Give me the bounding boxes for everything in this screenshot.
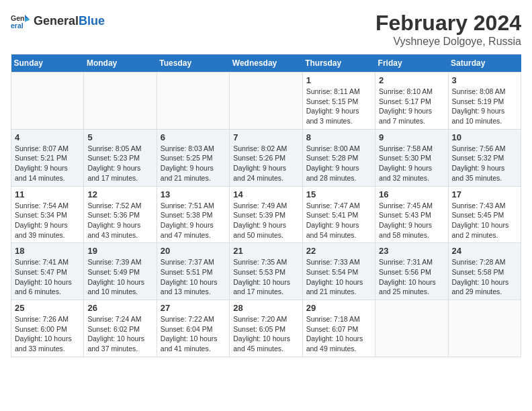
day-info: Sunrise: 8:00 AM Sunset: 5:28 PM Dayligh… bbox=[306, 144, 371, 183]
day-number: 8 bbox=[306, 132, 371, 142]
calendar-week-row: 11Sunrise: 7:54 AM Sunset: 5:34 PM Dayli… bbox=[11, 186, 521, 243]
weekday-header-friday: Friday bbox=[375, 54, 448, 73]
logo-text: GeneralBlue bbox=[34, 14, 105, 28]
calendar-cell: 10Sunrise: 7:56 AM Sunset: 5:32 PM Dayli… bbox=[448, 129, 521, 186]
day-number: 27 bbox=[161, 303, 226, 313]
day-info: Sunrise: 8:03 AM Sunset: 5:25 PM Dayligh… bbox=[161, 144, 226, 183]
calendar-week-row: 18Sunrise: 7:41 AM Sunset: 5:47 PM Dayli… bbox=[11, 243, 521, 300]
day-number: 3 bbox=[452, 75, 517, 85]
day-number: 25 bbox=[15, 303, 80, 313]
calendar-cell: 6Sunrise: 8:03 AM Sunset: 5:25 PM Daylig… bbox=[157, 129, 229, 186]
calendar-cell: 28Sunrise: 7:20 AM Sunset: 6:05 PM Dayli… bbox=[230, 300, 302, 357]
weekday-header-wednesday: Wednesday bbox=[230, 54, 302, 73]
calendar-cell bbox=[375, 300, 448, 357]
day-number: 5 bbox=[87, 132, 152, 142]
calendar-cell: 29Sunrise: 7:18 AM Sunset: 6:07 PM Dayli… bbox=[302, 300, 375, 357]
day-info: Sunrise: 7:35 AM Sunset: 5:53 PM Dayligh… bbox=[233, 257, 298, 297]
calendar-cell: 23Sunrise: 7:31 AM Sunset: 5:56 PM Dayli… bbox=[375, 243, 448, 300]
calendar-cell: 14Sunrise: 7:49 AM Sunset: 5:39 PM Dayli… bbox=[230, 186, 302, 243]
header: Gen eral GeneralBlue February 2024 Vyshn… bbox=[11, 11, 521, 48]
weekday-header-row: SundayMondayTuesdayWednesdayThursdayFrid… bbox=[11, 54, 521, 73]
weekday-header-thursday: Thursday bbox=[302, 54, 375, 73]
day-number: 16 bbox=[379, 189, 444, 199]
day-number: 7 bbox=[233, 132, 298, 142]
weekday-header-monday: Monday bbox=[84, 54, 157, 73]
calendar-cell: 21Sunrise: 7:35 AM Sunset: 5:53 PM Dayli… bbox=[230, 243, 302, 300]
title-section: February 2024 Vyshneye Dolgoye, Russia bbox=[375, 11, 521, 48]
day-number: 10 bbox=[452, 132, 517, 142]
day-number: 6 bbox=[161, 132, 226, 142]
calendar-cell: 5Sunrise: 8:05 AM Sunset: 5:23 PM Daylig… bbox=[84, 129, 157, 186]
calendar-cell: 17Sunrise: 7:43 AM Sunset: 5:45 PM Dayli… bbox=[448, 186, 521, 243]
calendar-cell: 22Sunrise: 7:33 AM Sunset: 5:54 PM Dayli… bbox=[302, 243, 375, 300]
calendar-cell: 12Sunrise: 7:52 AM Sunset: 5:36 PM Dayli… bbox=[84, 186, 157, 243]
day-info: Sunrise: 7:43 AM Sunset: 5:45 PM Dayligh… bbox=[452, 201, 517, 240]
calendar-cell: 25Sunrise: 7:26 AM Sunset: 6:00 PM Dayli… bbox=[11, 300, 84, 357]
calendar-cell bbox=[448, 300, 521, 357]
day-number: 14 bbox=[233, 189, 298, 199]
day-info: Sunrise: 7:41 AM Sunset: 5:47 PM Dayligh… bbox=[15, 257, 80, 297]
calendar-week-row: 1Sunrise: 8:11 AM Sunset: 5:15 PM Daylig… bbox=[11, 73, 521, 130]
day-info: Sunrise: 7:31 AM Sunset: 5:56 PM Dayligh… bbox=[379, 257, 444, 297]
day-info: Sunrise: 7:33 AM Sunset: 5:54 PM Dayligh… bbox=[306, 257, 371, 297]
calendar-cell: 13Sunrise: 7:51 AM Sunset: 5:38 PM Dayli… bbox=[157, 186, 229, 243]
calendar-cell: 16Sunrise: 7:45 AM Sunset: 5:43 PM Dayli… bbox=[375, 186, 448, 243]
calendar-cell: 3Sunrise: 8:08 AM Sunset: 5:19 PM Daylig… bbox=[448, 73, 521, 130]
day-info: Sunrise: 7:22 AM Sunset: 6:04 PM Dayligh… bbox=[161, 314, 226, 354]
calendar-cell: 27Sunrise: 7:22 AM Sunset: 6:04 PM Dayli… bbox=[157, 300, 229, 357]
day-info: Sunrise: 7:18 AM Sunset: 6:07 PM Dayligh… bbox=[306, 314, 371, 354]
day-info: Sunrise: 8:05 AM Sunset: 5:23 PM Dayligh… bbox=[87, 144, 152, 183]
day-number: 18 bbox=[15, 246, 80, 256]
calendar-cell: 8Sunrise: 8:00 AM Sunset: 5:28 PM Daylig… bbox=[302, 129, 375, 186]
day-number: 17 bbox=[452, 189, 517, 199]
calendar-cell: 26Sunrise: 7:24 AM Sunset: 6:02 PM Dayli… bbox=[84, 300, 157, 357]
day-number: 9 bbox=[379, 132, 444, 142]
day-info: Sunrise: 7:28 AM Sunset: 5:58 PM Dayligh… bbox=[452, 257, 517, 297]
day-number: 20 bbox=[161, 246, 226, 256]
day-number: 24 bbox=[452, 246, 517, 256]
weekday-header-saturday: Saturday bbox=[448, 54, 521, 73]
day-info: Sunrise: 7:39 AM Sunset: 5:49 PM Dayligh… bbox=[87, 257, 152, 297]
calendar-table: SundayMondayTuesdayWednesdayThursdayFrid… bbox=[11, 54, 521, 357]
day-info: Sunrise: 7:52 AM Sunset: 5:36 PM Dayligh… bbox=[87, 201, 152, 240]
day-info: Sunrise: 7:54 AM Sunset: 5:34 PM Dayligh… bbox=[15, 201, 80, 240]
day-info: Sunrise: 7:20 AM Sunset: 6:05 PM Dayligh… bbox=[233, 314, 298, 354]
day-info: Sunrise: 7:37 AM Sunset: 5:51 PM Dayligh… bbox=[161, 257, 226, 297]
day-number: 23 bbox=[379, 246, 444, 256]
calendar-cell: 20Sunrise: 7:37 AM Sunset: 5:51 PM Dayli… bbox=[157, 243, 229, 300]
day-info: Sunrise: 8:11 AM Sunset: 5:15 PM Dayligh… bbox=[306, 87, 371, 126]
calendar-cell: 11Sunrise: 7:54 AM Sunset: 5:34 PM Dayli… bbox=[11, 186, 84, 243]
calendar-cell: 19Sunrise: 7:39 AM Sunset: 5:49 PM Dayli… bbox=[84, 243, 157, 300]
day-info: Sunrise: 7:26 AM Sunset: 6:00 PM Dayligh… bbox=[15, 314, 80, 354]
logo-general: General bbox=[34, 14, 79, 28]
day-info: Sunrise: 7:49 AM Sunset: 5:39 PM Dayligh… bbox=[233, 201, 298, 240]
day-number: 12 bbox=[87, 189, 152, 199]
day-number: 4 bbox=[15, 132, 80, 142]
main-title: February 2024 bbox=[375, 11, 521, 36]
calendar-cell: 1Sunrise: 8:11 AM Sunset: 5:15 PM Daylig… bbox=[302, 73, 375, 130]
sub-title: Vyshneye Dolgoye, Russia bbox=[375, 36, 521, 48]
svg-text:eral: eral bbox=[11, 21, 24, 30]
logo-blue: Blue bbox=[79, 14, 105, 28]
day-number: 13 bbox=[161, 189, 226, 199]
weekday-header-tuesday: Tuesday bbox=[157, 54, 229, 73]
calendar-cell: 9Sunrise: 7:58 AM Sunset: 5:30 PM Daylig… bbox=[375, 129, 448, 186]
logo-icon: Gen eral bbox=[11, 11, 31, 31]
day-info: Sunrise: 7:58 AM Sunset: 5:30 PM Dayligh… bbox=[379, 144, 444, 183]
day-info: Sunrise: 8:10 AM Sunset: 5:17 PM Dayligh… bbox=[379, 87, 444, 126]
day-number: 28 bbox=[233, 303, 298, 313]
calendar-cell bbox=[84, 73, 157, 130]
logo: Gen eral GeneralBlue bbox=[11, 11, 105, 31]
day-number: 21 bbox=[233, 246, 298, 256]
day-number: 26 bbox=[87, 303, 152, 313]
calendar-cell: 15Sunrise: 7:47 AM Sunset: 5:41 PM Dayli… bbox=[302, 186, 375, 243]
day-info: Sunrise: 7:51 AM Sunset: 5:38 PM Dayligh… bbox=[161, 201, 226, 240]
day-info: Sunrise: 8:07 AM Sunset: 5:21 PM Dayligh… bbox=[15, 144, 80, 183]
calendar-week-row: 4Sunrise: 8:07 AM Sunset: 5:21 PM Daylig… bbox=[11, 129, 521, 186]
calendar-cell: 7Sunrise: 8:02 AM Sunset: 5:26 PM Daylig… bbox=[230, 129, 302, 186]
calendar-cell: 4Sunrise: 8:07 AM Sunset: 5:21 PM Daylig… bbox=[11, 129, 84, 186]
calendar-cell: 24Sunrise: 7:28 AM Sunset: 5:58 PM Dayli… bbox=[448, 243, 521, 300]
day-number: 11 bbox=[15, 189, 80, 199]
day-info: Sunrise: 8:08 AM Sunset: 5:19 PM Dayligh… bbox=[452, 87, 517, 126]
day-info: Sunrise: 7:56 AM Sunset: 5:32 PM Dayligh… bbox=[452, 144, 517, 183]
